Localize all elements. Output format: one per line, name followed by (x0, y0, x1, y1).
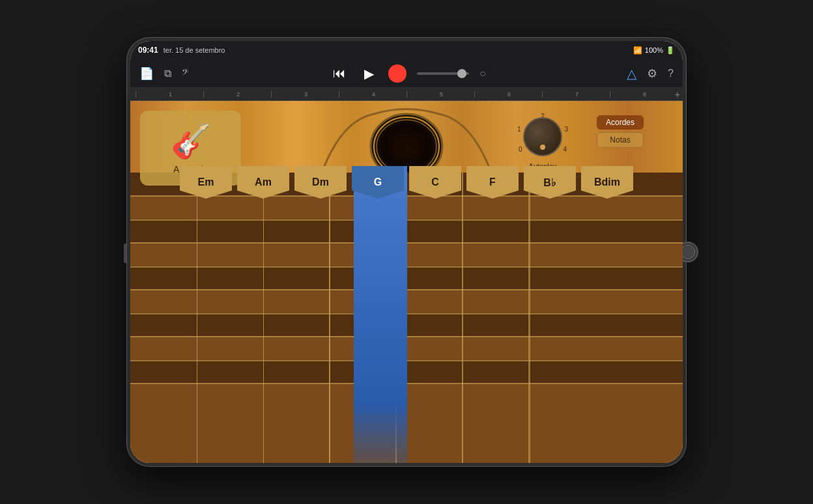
rewind-button[interactable]: ⏮ (329, 64, 350, 82)
volume-thumb (457, 69, 466, 78)
rewind-icon: ⏮ (333, 66, 346, 80)
home-button-inner (681, 245, 695, 259)
status-date: ter. 15 de setembro (164, 46, 225, 54)
ipad-screen: 09:41 ter. 15 de setembro 📶 100% 🔋 📄 ⧉ 𝄢 (130, 41, 683, 463)
active-chord-highlight (354, 166, 407, 463)
play-icon: ▶ (364, 66, 374, 81)
ruler-mark-7: 7 (542, 91, 610, 98)
string-1 (197, 173, 198, 463)
help-icon: ? (668, 68, 674, 79)
chord-am[interactable]: Am (237, 166, 289, 199)
gear-icon: ⚙ (647, 66, 657, 81)
chord-bb[interactable]: B♭ (524, 166, 576, 199)
ruler-mark-5: 5 (406, 91, 474, 98)
string-5 (462, 173, 464, 463)
ruler-mark-1: 1 (136, 91, 203, 98)
toolbar: 📄 ⧉ 𝄢 ⏮ ▶ ○ (130, 59, 683, 88)
chord-dm[interactable]: Dm (294, 166, 347, 199)
string-3 (329, 173, 330, 463)
string-2 (263, 173, 264, 463)
ruler-marks: 1 2 3 4 5 6 7 8 (136, 91, 678, 98)
metronome-icon: △ (627, 66, 636, 81)
chord-g[interactable]: G (352, 166, 404, 199)
mixer-button[interactable]: 𝄢 (179, 65, 191, 82)
status-right: 📶 100% 🔋 (633, 46, 675, 55)
wifi-icon: 📶 (633, 46, 642, 55)
help-button[interactable]: ? (665, 65, 676, 82)
chord-c[interactable]: C (409, 166, 461, 199)
ruler-mark-6: 6 (474, 91, 542, 98)
acordes-button[interactable]: Acordes (597, 115, 644, 130)
knob-label-1: 1 (517, 126, 521, 133)
ruler-mark-2: 2 (203, 91, 271, 98)
volume-slider[interactable] (417, 72, 469, 75)
status-time: 09:41 (138, 46, 158, 55)
knob-label-0: 0 (519, 146, 522, 153)
knob-body (523, 117, 562, 156)
battery-status: 100% (645, 46, 663, 54)
chord-em[interactable]: Em (180, 166, 232, 199)
side-button[interactable] (124, 244, 126, 263)
timeline-ruler: 1 2 3 4 5 6 7 8 + (130, 88, 683, 101)
chord-buttons: Em Am Dm G C F B♭ Bdim (130, 166, 683, 199)
toolbar-center: ⏮ ▶ ○ (195, 64, 620, 83)
ruler-mark-8: 8 (610, 91, 678, 98)
metronome-button[interactable]: △ (624, 63, 639, 84)
chord-bdim[interactable]: Bdim (581, 166, 633, 199)
record-button[interactable] (388, 64, 406, 83)
ipad-frame: 09:41 ter. 15 de setembro 📶 100% 🔋 📄 ⧉ 𝄢 (126, 37, 687, 467)
knob-container[interactable]: 0 1 2 3 4 (520, 114, 565, 160)
mixer-icon: 𝄢 (182, 68, 188, 79)
knob-dot (540, 145, 545, 150)
toolbar-left: 📄 ⧉ 𝄢 (137, 64, 191, 83)
add-track-icon[interactable]: + (675, 89, 680, 100)
chord-f[interactable]: F (466, 166, 519, 199)
ruler-mark-4: 4 (339, 91, 406, 98)
toolbar-right: △ ⚙ ? (624, 63, 676, 84)
knob-label-3: 3 (564, 126, 568, 133)
settings-button[interactable]: ⚙ (644, 64, 660, 83)
string-6 (528, 173, 530, 463)
tracks-icon: ⧉ (164, 68, 171, 79)
guitar-main: 🎸 Acoustic 0 1 2 3 4 (130, 101, 683, 463)
guitar-instrument-icon: 🎸 (171, 122, 211, 160)
knob-label-4: 4 (563, 146, 567, 153)
soundhole-area (322, 107, 491, 173)
mode-buttons: Acordes Notas (597, 115, 644, 148)
notas-button[interactable]: Notas (597, 132, 644, 148)
ruler-mark-3: 3 (271, 91, 339, 98)
knob[interactable] (523, 117, 562, 156)
circle-icon: ○ (479, 68, 486, 79)
autoplay-area: 0 1 2 3 4 Autoplay (520, 114, 565, 170)
tracks-button[interactable]: ⧉ (162, 65, 174, 82)
play-button[interactable]: ▶ (360, 64, 378, 83)
new-song-button[interactable]: 📄 (137, 64, 156, 83)
battery-icon: 🔋 (666, 46, 675, 55)
new-song-icon: 📄 (139, 66, 154, 81)
status-bar: 09:41 ter. 15 de setembro 📶 100% 🔋 (130, 41, 683, 59)
soundhole-svg (322, 107, 491, 173)
